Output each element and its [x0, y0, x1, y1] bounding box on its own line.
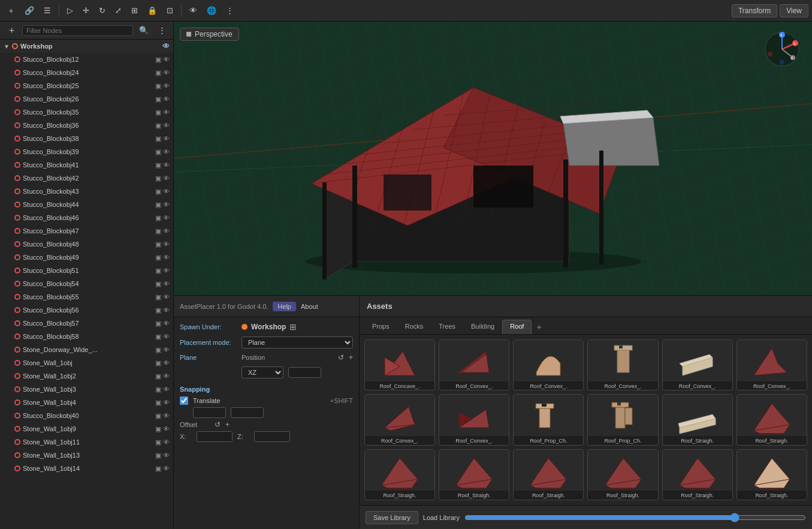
- sidebar-item[interactable]: Stucco_Blockobj58 ▣ 👁: [0, 330, 173, 343]
- axis-select[interactable]: XZ: [242, 366, 283, 378]
- asset-item[interactable]: Roof_Straigh.: [587, 449, 658, 500]
- visibility-icon[interactable]: 👁: [163, 346, 170, 353]
- sidebar-item[interactable]: Stucco_Blockobj35 ▣ 👁: [0, 106, 173, 119]
- visibility-icon[interactable]: 👁: [163, 161, 170, 169]
- visibility-icon[interactable]: 👁: [163, 425, 170, 432]
- asset-item[interactable]: Roof_Convex_.: [513, 339, 584, 390]
- lock-tool[interactable]: 🔒: [144, 4, 161, 17]
- visibility-icon[interactable]: 👁: [163, 214, 170, 221]
- x-coord-input[interactable]: 0: [197, 431, 233, 442]
- sidebar-item[interactable]: Stucco_Blockobj38 ▣ 👁: [0, 132, 173, 145]
- sidebar-item[interactable]: Stucco_Blockobj43 ▣ 👁: [0, 185, 173, 198]
- visibility-icon[interactable]: 👁: [163, 280, 170, 287]
- sidebar-item[interactable]: Stucco_Blockobj40 ▣ 👁: [0, 409, 173, 422]
- tab-rocks[interactable]: Rocks: [397, 320, 431, 334]
- visibility-icon[interactable]: 👁: [163, 175, 170, 182]
- tab-add-button[interactable]: +: [532, 320, 546, 334]
- asset-item[interactable]: Roof_Straigh.: [439, 449, 509, 500]
- visibility-icon[interactable]: 👁: [163, 109, 170, 116]
- tab-trees[interactable]: Trees: [431, 320, 463, 334]
- visibility-icon[interactable]: 👁: [163, 82, 170, 89]
- visibility-icon[interactable]: 👁: [163, 148, 170, 155]
- sidebar-root-item[interactable]: ▼ Workshop 👁: [0, 40, 173, 53]
- asset-item[interactable]: Roof_Straigh.: [364, 449, 435, 500]
- asset-item[interactable]: Roof_Concave_.: [364, 339, 435, 390]
- asset-item[interactable]: Roof_Convex_.: [587, 339, 658, 390]
- spawn-pick-button[interactable]: ⊞: [289, 322, 297, 332]
- sidebar-item[interactable]: Stucco_Blockobj26 ▣ 👁: [0, 92, 173, 106]
- root-visibility-icon[interactable]: 👁: [162, 42, 170, 50]
- help-button[interactable]: Help: [273, 302, 296, 311]
- z-coord-input[interactable]: 0: [254, 431, 290, 442]
- visibility-icon[interactable]: 👁: [163, 122, 170, 129]
- sidebar-item[interactable]: Stucco_Blockobj55 ▣ 👁: [0, 290, 173, 303]
- globe-tool[interactable]: 🌐: [203, 4, 220, 17]
- sidebar-item[interactable]: Stone_Wall_1obj3 ▣ 👁: [0, 383, 173, 396]
- sidebar-item[interactable]: Stucco_Blockobj12 ▣ 👁: [0, 53, 173, 66]
- sidebar-item[interactable]: Stucco_Blockobj56 ▣ 👁: [0, 303, 173, 317]
- sidebar-item[interactable]: Stucco_Blockobj49 ▣ 👁: [0, 251, 173, 264]
- sidebar-item[interactable]: Stucco_Blockobj24 ▣ 👁: [0, 66, 173, 79]
- view-button[interactable]: View: [780, 4, 808, 17]
- scale-tool[interactable]: ⤢: [111, 4, 125, 17]
- viewport[interactable]: Perspective Y X Z: [174, 22, 812, 295]
- visibility-icon[interactable]: 👁: [163, 241, 170, 248]
- snap-tool[interactable]: ⊞: [128, 4, 141, 17]
- sidebar-item[interactable]: Stone_Wall_1obj13 ▣ 👁: [0, 449, 173, 462]
- visibility-icon[interactable]: 👁: [163, 306, 170, 314]
- visibility-icon[interactable]: 👁: [163, 333, 170, 340]
- sidebar-item[interactable]: Stucco_Blockobj48 ▣ 👁: [0, 238, 173, 251]
- asset-item[interactable]: Roof_Straigh.: [736, 449, 807, 500]
- sidebar-item[interactable]: Stone_Wall_1obj2 ▣ 👁: [0, 369, 173, 383]
- tab-props[interactable]: Props: [364, 320, 397, 334]
- asset-item[interactable]: Roof_Straigh.: [662, 449, 733, 500]
- filter-nodes-input[interactable]: [22, 25, 133, 36]
- sidebar-item[interactable]: Stone_Wall_1obj4 ▣ 👁: [0, 396, 173, 409]
- visibility-icon[interactable]: 👁: [163, 95, 170, 103]
- tab-roof[interactable]: Roof: [502, 320, 532, 334]
- add-button[interactable]: ＋: [4, 3, 19, 19]
- asset-item[interactable]: Roof_Convex_.: [364, 394, 435, 445]
- asset-item[interactable]: Roof_Convex_.: [439, 339, 509, 390]
- visibility-icon[interactable]: 👁: [163, 320, 170, 327]
- visibility-icon[interactable]: 👁: [163, 386, 170, 393]
- visibility-icon[interactable]: 👁: [163, 438, 170, 446]
- rotate-tool[interactable]: ↻: [95, 4, 109, 17]
- axis-position-input[interactable]: 3: [288, 367, 321, 378]
- translate-checkbox[interactable]: [180, 396, 188, 405]
- visibility-icon[interactable]: 👁: [163, 293, 170, 300]
- asset-item[interactable]: Roof_Prop_Ch.: [587, 394, 658, 445]
- transform-button[interactable]: Transform: [732, 4, 777, 17]
- tab-building[interactable]: Building: [463, 320, 502, 334]
- load-library-button[interactable]: Load Library: [423, 514, 460, 521]
- visibility-icon[interactable]: 👁: [163, 465, 170, 472]
- grid-tool[interactable]: ⊡: [163, 4, 177, 17]
- sidebar-item[interactable]: Stucco_Blockobj42 ▣ 👁: [0, 172, 173, 185]
- visibility-icon[interactable]: 👁: [163, 359, 170, 366]
- offset-reset-icon[interactable]: ↺: [215, 420, 221, 429]
- asset-item[interactable]: Roof_Convex_.: [662, 339, 733, 390]
- asset-item[interactable]: Roof_Prop_Ch.: [513, 394, 584, 445]
- visibility-icon[interactable]: 👁: [163, 254, 170, 261]
- sidebar-item[interactable]: Stucco_Blockobj57 ▣ 👁: [0, 317, 173, 330]
- offset-snap-icon[interactable]: +: [225, 420, 230, 429]
- move-tool[interactable]: ✛: [79, 4, 93, 17]
- sidebar-item[interactable]: Stucco_Blockobj25 ▣ 👁: [0, 79, 173, 92]
- asset-item[interactable]: Roof_Convex_.: [736, 339, 807, 390]
- select-tool[interactable]: ▷: [64, 4, 77, 17]
- zoom-slider[interactable]: [464, 513, 806, 522]
- sidebar-item[interactable]: Stone_Doorway_Wide_... ▣ 👁: [0, 343, 173, 356]
- reset-position-icon[interactable]: ↺: [338, 353, 344, 362]
- sidebar-item[interactable]: Stucco_Blockobj44 ▣ 👁: [0, 198, 173, 211]
- asset-item[interactable]: Roof_Convex_.: [439, 394, 509, 445]
- sidebar-item[interactable]: Stucco_Blockobj36 ▣ 👁: [0, 119, 173, 132]
- translate-offset-input[interactable]: 0.1: [231, 407, 264, 418]
- sidebar-item[interactable]: Stucco_Blockobj41 ▣ 👁: [0, 158, 173, 172]
- save-library-button[interactable]: Save Library: [366, 511, 418, 524]
- sidebar-item[interactable]: Stone_Wall_1obj14 ▣ 👁: [0, 462, 173, 475]
- sidebar-item[interactable]: Stone_Wall_1obj ▣ 👁: [0, 356, 173, 369]
- add-node-button[interactable]: ＋: [4, 22, 20, 38]
- snap-position-icon[interactable]: +: [349, 353, 353, 362]
- visibility-icon[interactable]: 👁: [163, 201, 170, 208]
- visibility-icon[interactable]: 👁: [163, 56, 170, 63]
